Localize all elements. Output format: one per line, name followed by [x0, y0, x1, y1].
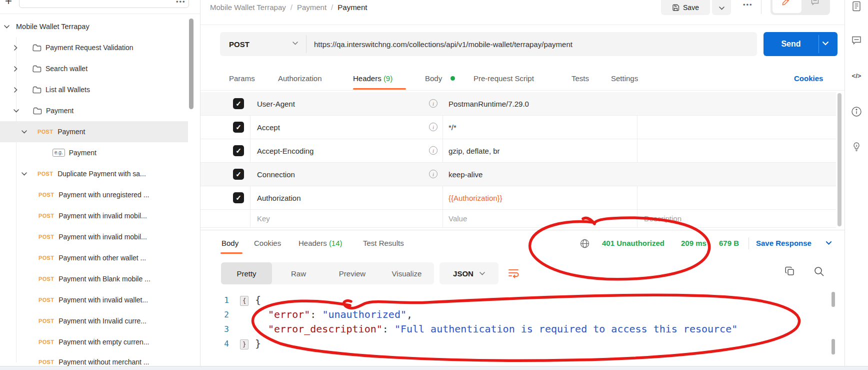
sidebar-item-collection[interactable]: Mobile Wallet Terrapay	[0, 16, 199, 37]
send-button[interactable]: Send	[764, 32, 838, 56]
key-placeholder[interactable]: Key	[257, 210, 270, 227]
sidebar-item-request[interactable]: POSTPayment with Blank mobile ...	[0, 268, 199, 289]
tab-pre-request-script[interactable]: Pre-request Script	[474, 74, 534, 83]
response-tab-body[interactable]: Body	[222, 239, 238, 247]
pencil-icon[interactable]	[782, 0, 790, 6]
url-input[interactable]: https://qa.interswitchng.com/collections…	[314, 32, 572, 56]
sidebar-scrollbar[interactable]	[189, 19, 194, 109]
breadcrumb-folder[interactable]: Payment	[297, 3, 326, 12]
sidebar-item-example[interactable]: e.g. Payment	[0, 142, 199, 163]
breadcrumb-collection[interactable]: Mobile Wallet Terrapay	[210, 3, 286, 12]
fold-marker-icon[interactable]: }	[240, 339, 248, 349]
tab-settings[interactable]: Settings	[611, 74, 638, 83]
tab-headers[interactable]: Headers (9)	[353, 74, 392, 83]
sidebar-item-folder[interactable]: Payment Request Validation	[0, 37, 199, 58]
code-line[interactable]: }	[255, 337, 261, 349]
example-icon: e.g.	[52, 149, 65, 157]
sidebar-item-request[interactable]: POSTPayment with invalid wallet...	[0, 289, 199, 310]
sidebar-item-request[interactable]: POSTPayment with invalid mobil...	[0, 205, 199, 226]
chevron-right-icon[interactable]	[14, 87, 18, 93]
header-checkbox[interactable]: ✓	[233, 192, 244, 203]
code-icon[interactable]: </>	[851, 70, 862, 81]
header-value[interactable]: keep-alive	[448, 163, 482, 186]
send-split-divider	[818, 35, 819, 53]
sidebar-more-icon[interactable]: •••	[176, 0, 186, 6]
chevron-down-icon[interactable]	[22, 130, 27, 134]
request-label: Payment with invalid mobil...	[58, 212, 147, 220]
comment-icon[interactable]	[810, 0, 820, 6]
header-checkbox[interactable]: ✓	[233, 122, 244, 133]
sidebar-item-folder[interactable]: Payment	[0, 100, 199, 121]
method-select[interactable]: POST	[229, 32, 250, 56]
code-line[interactable]: {	[255, 294, 261, 306]
sidebar-item-request[interactable]: POSTPayment with other wallet ...	[0, 247, 199, 268]
sidebar-item-request-selected[interactable]: POST Payment	[0, 121, 188, 142]
chevron-down-icon[interactable]	[14, 109, 19, 113]
save-button[interactable]: Save	[661, 0, 710, 15]
view-preview[interactable]: Preview	[325, 262, 380, 284]
response-size[interactable]: 679 B	[719, 239, 739, 247]
header-value[interactable]: gzip, deflate, br	[448, 139, 500, 162]
info-icon[interactable]	[851, 106, 862, 117]
chevron-down-icon[interactable]	[22, 172, 27, 176]
description-placeholder[interactable]: Description	[644, 210, 682, 227]
value-placeholder[interactable]: Value	[448, 210, 467, 227]
sidebar-item-request[interactable]: POSTPayment with unregistered ...	[0, 184, 199, 205]
header-value-variable[interactable]: {{Authorization}}	[448, 186, 502, 209]
code-line[interactable]: "error_description": "Full authenticatio…	[268, 323, 738, 335]
header-key[interactable]: Accept-Encoding	[257, 139, 314, 162]
sidebar-item-folder[interactable]: List all Wallets	[0, 79, 199, 100]
request-more-icon[interactable]: •••	[743, 1, 753, 9]
header-checkbox[interactable]: ✓	[233, 145, 244, 156]
chevron-down-icon[interactable]	[826, 241, 832, 245]
save-response-button[interactable]: Save Response	[756, 239, 812, 247]
header-key[interactable]: Connection	[257, 163, 295, 186]
new-request-icon[interactable]: +	[5, 0, 12, 8]
lightbulb-icon[interactable]	[851, 141, 862, 152]
comments-icon[interactable]	[851, 35, 862, 46]
tab-authorization[interactable]: Authorization	[278, 74, 322, 83]
response-tab-test-results[interactable]: Test Results	[363, 239, 404, 247]
request-scrollbar[interactable]	[838, 93, 842, 226]
response-tab-headers[interactable]: Headers (14)	[298, 239, 342, 247]
sidebar-item-request[interactable]: POSTPayment with Invalid curre...	[0, 310, 199, 331]
chevron-right-icon[interactable]	[14, 45, 18, 51]
header-key[interactable]: Authorization	[257, 186, 301, 209]
header-checkbox[interactable]: ✓	[233, 169, 244, 180]
header-key[interactable]: User-Agent	[257, 92, 295, 115]
tab-tests[interactable]: Tests	[572, 74, 589, 83]
wrap-lines-icon[interactable]	[507, 266, 520, 279]
copy-icon[interactable]	[784, 265, 796, 277]
response-scrollbar[interactable]	[832, 339, 835, 354]
response-time[interactable]: 209 ms	[681, 239, 706, 247]
response-tab-cookies[interactable]: Cookies	[254, 239, 281, 247]
chevron-down-icon[interactable]	[292, 42, 298, 45]
sidebar-item-request[interactable]: POSTPayment with invalid mobil...	[0, 226, 199, 247]
chevron-down-icon[interactable]	[4, 25, 10, 29]
sidebar-item-folder[interactable]: Search wallet	[0, 58, 199, 79]
documentation-icon[interactable]	[851, 1, 862, 12]
code-line[interactable]: "error": "unauthorized",	[268, 308, 412, 320]
search-icon[interactable]	[813, 265, 825, 277]
status-badge[interactable]: 401 Unauthorized	[602, 239, 664, 247]
header-value[interactable]: PostmanRuntime/7.29.0	[448, 92, 529, 115]
view-raw[interactable]: Raw	[272, 262, 325, 284]
header-key[interactable]: Accept	[257, 116, 280, 139]
chevron-right-icon[interactable]	[14, 66, 18, 72]
format-select[interactable]: JSON	[440, 262, 498, 284]
header-checkbox[interactable]: ✓	[233, 98, 244, 109]
sidebar-item-request[interactable]: POSTPayment with empty curren...	[0, 331, 199, 352]
cookies-link[interactable]: Cookies	[794, 74, 823, 83]
sidebar-item-request[interactable]: POST Duplicate Payment with sa...	[0, 163, 199, 184]
folder-icon	[32, 86, 42, 94]
view-visualize[interactable]: Visualize	[380, 262, 434, 284]
header-value[interactable]: */*	[448, 116, 456, 139]
tab-params[interactable]: Params	[229, 74, 255, 83]
tab-body[interactable]: Body	[425, 74, 442, 83]
view-pretty[interactable]: Pretty	[221, 262, 272, 284]
response-scrollbar[interactable]	[832, 292, 835, 307]
save-options-button[interactable]	[712, 0, 731, 15]
sidebar-filter-input[interactable]	[19, 0, 189, 8]
chevron-down-icon[interactable]	[822, 42, 828, 46]
fold-marker-icon[interactable]: {	[240, 296, 248, 306]
